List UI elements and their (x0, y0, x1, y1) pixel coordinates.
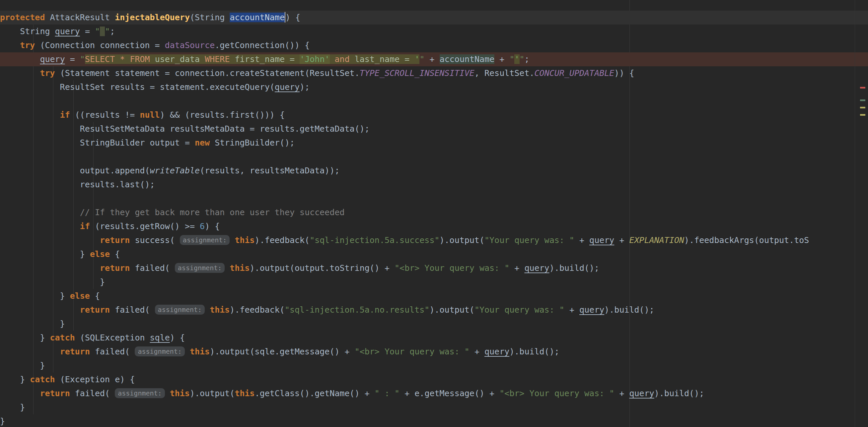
code-token: (Connection connection = (35, 40, 164, 50)
code-token: failed( (130, 263, 175, 273)
code-line[interactable]: return failed( assignment: this).output(… (0, 345, 868, 359)
code-token (115, 54, 120, 64)
code-token: ).feedbackArgs(output.toS (684, 235, 809, 245)
code-token: " (105, 27, 110, 36)
code-token: ResultSet results = statement.executeQue… (0, 82, 275, 92)
code-token: try (20, 40, 35, 50)
code-line[interactable]: } catch (Exception e) { (0, 373, 868, 387)
code-token: { (90, 291, 100, 301)
code-line[interactable] (0, 150, 868, 164)
code-line[interactable]: } (0, 359, 868, 373)
code-line[interactable]: return failed( assignment: this).output(… (0, 387, 868, 400)
code-line[interactable]: } else { (0, 289, 868, 303)
code-line[interactable]: return failed( assignment: this).feedbac… (0, 303, 868, 317)
code-line[interactable]: if ((results != null) && (results.first(… (0, 108, 868, 122)
code-token (205, 305, 210, 315)
error-stripe-mark[interactable] (860, 107, 865, 108)
code-token: } (0, 277, 105, 287)
code-line[interactable]: } else { (0, 247, 868, 261)
code-token: catch (50, 333, 75, 342)
code-token: ).output( (190, 389, 235, 398)
code-token: (String (190, 12, 229, 22)
code-token: query (55, 27, 80, 36)
inline-parameter-hint: assignment: (180, 235, 229, 245)
code-token: + (575, 235, 589, 245)
code-token: catch (30, 374, 55, 384)
code-token: failed( (90, 347, 135, 356)
code-token: ResultSetMetaData resultsMetaData = resu… (0, 124, 370, 134)
code-line[interactable]: protected AttackResult injectableQuery(S… (0, 11, 868, 25)
code-token: return (100, 235, 130, 245)
code-area[interactable]: protected AttackResult injectableQuery(S… (0, 0, 868, 427)
code-token: "Your query was: " (474, 305, 564, 315)
code-token (0, 40, 20, 50)
code-line[interactable]: return success( assignment: this).feedba… (0, 233, 868, 247)
code-line[interactable]: String query = " "; (0, 25, 868, 38)
code-token: ) && (results.first())) { (160, 110, 285, 120)
code-token: + (614, 389, 629, 398)
code-line[interactable]: try (Statement statement = connection.cr… (0, 66, 868, 80)
code-token: protected (0, 12, 45, 22)
code-line[interactable]: if (results.getRow() >= 6) { (0, 220, 868, 233)
code-token: } (0, 416, 5, 426)
code-token: + (469, 347, 485, 356)
code-token: EXPLANATION (629, 235, 684, 245)
code-token: WHERE (205, 54, 229, 64)
code-line[interactable]: StringBuilder output = new StringBuilder… (0, 136, 868, 150)
code-line[interactable]: query = "SELECT * FROM user_data WHERE f… (0, 53, 868, 66)
code-token: + (509, 263, 524, 273)
code-token: (results, resultsMetaData)); (200, 166, 339, 175)
code-token (0, 235, 100, 245)
code-token: .getClass().getName() + (255, 389, 375, 398)
code-token: = (80, 27, 95, 36)
code-token: + (614, 235, 629, 245)
code-line[interactable] (0, 94, 868, 108)
code-token: return (100, 263, 130, 273)
code-token: } (0, 291, 70, 301)
code-token (0, 347, 60, 356)
code-token: if (80, 222, 90, 231)
code-line[interactable]: results.last(); (0, 178, 868, 192)
code-token: failed( (110, 305, 155, 315)
code-token (0, 263, 100, 273)
code-line[interactable]: // If they get back more than one user t… (0, 205, 868, 220)
code-token: String (0, 27, 55, 36)
code-token: } (0, 249, 90, 259)
code-editor[interactable]: protected AttackResult injectableQuery(S… (0, 0, 868, 427)
error-stripe-mark[interactable] (860, 87, 865, 89)
code-token: .getConnection()) { (215, 40, 310, 50)
code-line[interactable]: } (0, 400, 868, 415)
code-token: (Exception e) { (55, 374, 135, 384)
code-token: + (494, 54, 509, 64)
code-line[interactable] (0, 192, 868, 205)
code-line[interactable]: try (Connection connection = dataSource.… (0, 38, 868, 53)
error-stripe-mark[interactable] (860, 99, 865, 101)
code-token: (results.getRow() >= (90, 222, 200, 231)
code-token: ); (300, 82, 310, 92)
code-token: )) { (614, 68, 634, 78)
code-line[interactable]: return failed( assignment: this).output(… (0, 261, 868, 275)
error-stripe-mark[interactable] (860, 114, 865, 116)
code-token: query (40, 54, 65, 64)
code-token: * (120, 54, 125, 64)
code-token: ).feedback( (229, 305, 285, 315)
code-token: } (0, 402, 25, 412)
code-line[interactable]: } catch (SQLException sqle) { (0, 331, 868, 345)
code-line[interactable]: } (0, 415, 868, 427)
code-line[interactable]: ResultSet results = statement.executeQue… (0, 80, 868, 94)
code-token: AttackResult (45, 12, 115, 22)
code-token: " : " (375, 389, 400, 398)
code-line[interactable]: output.append(writeTable(results, result… (0, 164, 868, 178)
code-token: "Your query was: " (485, 235, 575, 245)
code-token: ).feedback( (255, 235, 310, 245)
code-token: } (0, 333, 50, 342)
code-token: " (95, 27, 100, 36)
code-line[interactable]: } (0, 275, 868, 289)
code-line[interactable]: ResultSetMetaData resultsMetaData = resu… (0, 122, 868, 136)
code-line[interactable]: } (0, 317, 868, 331)
code-token: "<br> Your query was: " (395, 263, 509, 273)
code-token: ).build(); (604, 305, 654, 315)
code-token: if (60, 110, 70, 120)
code-token: ).build(); (654, 389, 705, 398)
code-token: " (520, 54, 525, 64)
